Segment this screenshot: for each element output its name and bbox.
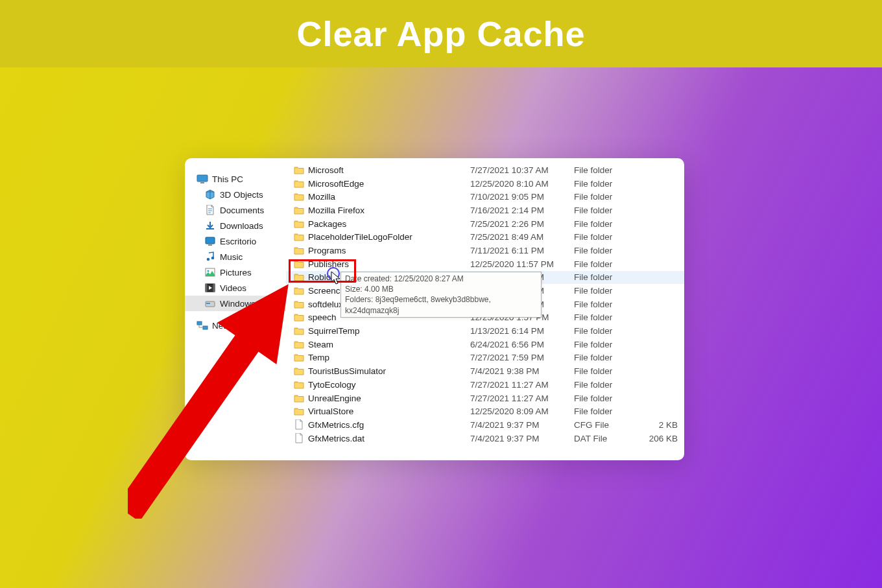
file-row[interactable]: UnrealEngine7/27/2021 11:27 AMFile folde…: [286, 392, 684, 405]
file-name: Microsoft: [308, 165, 470, 175]
file-type: File folder: [574, 406, 639, 416]
svg-rect-9: [206, 237, 215, 244]
sidebar-item-videos[interactable]: Videos: [185, 280, 286, 296]
file-name: UnrealEngine: [308, 394, 470, 403]
file-date: 7/10/2021 9:05 PM: [470, 192, 574, 202]
pictures-icon: [204, 267, 216, 277]
file-date: 6/24/2021 6:56 PM: [470, 340, 574, 349]
file-row[interactable]: Mozilla Firefox7/16/2021 2:14 PMFile fol…: [286, 204, 684, 217]
file-type: File folder: [574, 312, 639, 322]
svg-rect-17: [213, 284, 215, 292]
folder-icon: [292, 340, 305, 349]
svg-point-12: [211, 257, 215, 260]
file-name: SquirrelTemp: [308, 326, 470, 336]
sidebar-label: 3D Objects: [220, 190, 263, 200]
sidebar-label: Escritorio: [220, 237, 256, 246]
file-date: 7/25/2021 8:49 AM: [470, 232, 574, 242]
file-type: File folder: [574, 246, 639, 255]
folder-icon: [292, 327, 305, 335]
sidebar-label: Music: [220, 252, 243, 262]
svg-rect-16: [206, 284, 208, 292]
file-row[interactable]: Microsoft7/27/2021 10:37 AMFile folder: [286, 163, 684, 177]
file-date: 7/4/2021 9:37 PM: [470, 420, 574, 430]
file-name: Publishers: [308, 259, 470, 269]
file-name: TytoEcology: [308, 380, 470, 390]
file-row[interactable]: VirtualStore12/25/2020 8:09 AMFile folde…: [286, 405, 684, 418]
drive-icon: [204, 298, 216, 309]
sidebar-label: Windows (C:): [220, 299, 272, 309]
file-icon: [292, 419, 305, 430]
file-date: 7/25/2021 2:26 PM: [470, 219, 574, 229]
tooltip-line: Folders: 8j3eq9eme6ctt, 8wekyb3d8bbwe, k…: [345, 294, 537, 315]
svg-rect-10: [208, 244, 212, 246]
folder-icon: [292, 407, 305, 416]
file-icon: [292, 433, 305, 443]
svg-rect-8: [206, 228, 214, 229]
svg-rect-21: [197, 322, 202, 325]
file-type: File folder: [574, 272, 639, 282]
file-name: Packages: [308, 219, 470, 229]
sidebar-item-network[interactable]: Network: [185, 318, 286, 333]
sidebar-item-music[interactable]: Music: [185, 249, 286, 265]
folder-icon: [292, 353, 305, 362]
file-row[interactable]: Mozilla7/10/2021 9:05 PMFile folder: [286, 190, 684, 204]
sidebar-item-documents[interactable]: Documents: [185, 202, 286, 218]
pc-icon: [197, 174, 208, 184]
sidebar-label: Videos: [220, 283, 246, 293]
file-row[interactable]: GfxMetrics.dat7/4/2021 9:37 PMDAT File20…: [286, 432, 684, 445]
folder-icon: [292, 180, 305, 188]
folder-icon: [292, 166, 305, 174]
sidebar-item-escritorio[interactable]: Escritorio: [185, 233, 286, 249]
tooltip-line: Date created: 12/25/2020 8:27 AM: [345, 274, 537, 284]
file-row[interactable]: PlaceholderTileLogoFolder7/25/2021 8:49 …: [286, 230, 684, 244]
folder-icon: [292, 206, 305, 215]
file-date: 7/27/2021 11:27 AM: [470, 394, 574, 403]
sidebar-item-windows-c[interactable]: Windows (C:): [185, 296, 286, 311]
file-row[interactable]: TytoEcology7/27/2021 11:27 AMFile folder: [286, 378, 684, 392]
file-date: 7/27/2021 10:37 AM: [470, 165, 574, 175]
file-name: TouristBusSimulator: [308, 366, 470, 376]
file-date: 7/27/2021 7:59 PM: [470, 353, 574, 362]
music-icon: [204, 252, 216, 262]
file-name: PlaceholderTileLogoFolder: [308, 232, 470, 242]
file-date: 1/13/2021 6:14 PM: [470, 326, 574, 336]
folder-icon: [292, 367, 305, 375]
file-row[interactable]: Programs7/11/2021 6:11 PMFile folder: [286, 244, 684, 257]
file-row[interactable]: Temp7/27/2021 7:59 PMFile folder: [286, 351, 684, 365]
file-date: 7/4/2021 9:37 PM: [470, 434, 574, 443]
sidebar-item-this-pc[interactable]: This PC: [185, 171, 286, 187]
svg-rect-0: [197, 175, 208, 182]
folder-icon: [292, 193, 305, 201]
file-type: File folder: [574, 286, 639, 296]
sidebar-item-3d-objects[interactable]: 3D Objects: [185, 187, 286, 202]
folder-icon: [292, 233, 305, 241]
file-type: DAT File: [574, 434, 639, 443]
file-type: File folder: [574, 326, 639, 336]
folder-icon: [292, 394, 305, 403]
file-row[interactable]: Steam6/24/2021 6:56 PMFile folder: [286, 338, 684, 351]
desktop-icon: [204, 236, 216, 246]
file-type: File folder: [574, 179, 639, 189]
file-row[interactable]: TouristBusSimulator7/4/2021 9:38 PMFile …: [286, 364, 684, 378]
folder-icon: [292, 313, 305, 322]
page-title: Clear App Cache: [296, 14, 585, 54]
folder-icon: [292, 273, 305, 281]
file-date: 12/25/2020 8:10 AM: [470, 179, 574, 189]
file-row[interactable]: MicrosoftEdge12/25/2020 8:10 AMFile fold…: [286, 177, 684, 191]
file-row[interactable]: Publishers12/25/2020 11:57 PMFile folder: [286, 257, 684, 271]
file-row[interactable]: GfxMetrics.cfg7/4/2021 9:37 PMCFG File2 …: [286, 418, 684, 432]
page-root: Clear App Cache This PC 3D Objects: [0, 0, 882, 588]
sidebar-label: Network: [212, 321, 244, 331]
sidebar-item-downloads[interactable]: Downloads: [185, 218, 286, 233]
sidebar-label: Pictures: [220, 268, 252, 277]
tooltip-line: Size: 4.00 MB: [345, 284, 537, 294]
file-name: Mozilla Firefox: [308, 206, 470, 215]
file-row[interactable]: SquirrelTemp1/13/2021 6:14 PMFile folder: [286, 324, 684, 338]
file-type: File folder: [574, 353, 639, 362]
sidebar-item-pictures[interactable]: Pictures: [185, 265, 286, 280]
folder-icon: [292, 260, 305, 268]
explorer-sidebar: This PC 3D Objects Documents Downloads: [185, 158, 286, 460]
folder-icon: [292, 287, 305, 295]
file-date: 7/11/2021 6:11 PM: [470, 246, 574, 255]
file-row[interactable]: Packages7/25/2021 2:26 PMFile folder: [286, 217, 684, 231]
